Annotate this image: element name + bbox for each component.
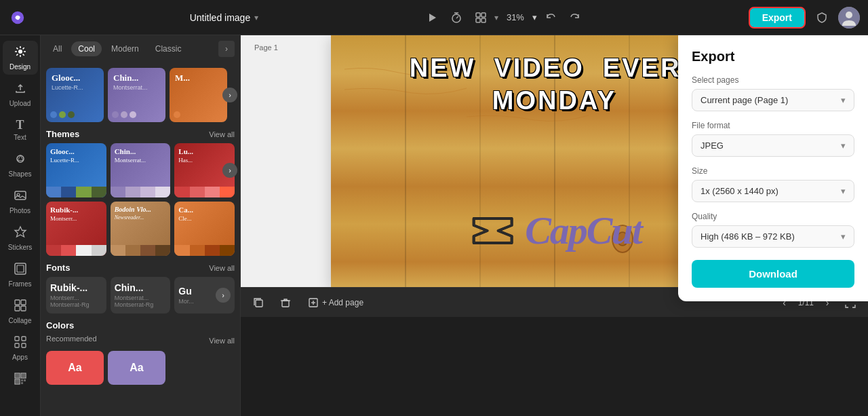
font-3-name: Gu [178, 286, 194, 297]
color-swatch-2[interactable]: Aa [108, 351, 165, 385]
svg-rect-7 [481, 13, 486, 17]
quality-label: Quality [692, 212, 854, 221]
sidebar-item-design[interactable]: Design [3, 41, 38, 75]
theme-3-colors [174, 187, 235, 197]
fonts-view-all[interactable]: View all [209, 264, 235, 272]
size-chevron-icon: ▾ [841, 186, 846, 196]
svg-rect-44 [256, 300, 262, 307]
themes-view-all[interactable]: View all [209, 130, 235, 138]
colors-view-all[interactable]: View all [209, 337, 235, 345]
size-dropdown[interactable]: 1x (2560 x 1440 px) ▾ [692, 180, 854, 202]
layout-button[interactable] [470, 7, 492, 29]
theme-card-1[interactable]: Glooc...Lucette-R... [46, 143, 106, 197]
shapes-label: Shapes [9, 170, 32, 178]
title-chevron-icon[interactable]: ▾ [254, 13, 258, 22]
file-format-label: File format [692, 121, 854, 130]
sidebar-item-photos[interactable]: Photos [3, 185, 38, 219]
frames-icon [14, 262, 27, 279]
sidebar-item-stickers[interactable]: Stickers [3, 221, 38, 255]
theme-card-5[interactable]: Bodoin Vlo...Newsreader... [111, 202, 171, 256]
zoom-value[interactable]: 31% [501, 10, 530, 25]
theme-card-2[interactable]: Chin...Montserrat... [111, 143, 171, 197]
font-1-sub2: Montserrat-Rg [50, 301, 102, 308]
quality-value: High (486 KB – 972 KB) [701, 231, 795, 242]
svg-rect-27 [22, 343, 26, 347]
sidebar-item-upload[interactable]: Upload [3, 77, 38, 111]
frames-label: Frames [9, 280, 32, 288]
collage-icon [14, 299, 27, 316]
select-pages-chevron-icon: ▾ [841, 95, 846, 105]
font-card-3[interactable]: M... [170, 68, 227, 122]
theme-5-title: Bodoin Vlo...Newsreader... [115, 206, 151, 221]
photos-label: Photos [9, 207, 31, 214]
theme-card-4[interactable]: Rubik-...Montserr... [46, 202, 106, 256]
timer-button[interactable] [446, 7, 467, 29]
add-page-button[interactable]: + Add page [303, 295, 369, 310]
filter-more-icon[interactable]: › [218, 41, 235, 57]
font-card-3-name: M... [175, 73, 222, 83]
download-button[interactable]: Download [692, 260, 854, 288]
theme-1-colors [46, 187, 106, 197]
sidebar-item-qr[interactable] [3, 368, 38, 393]
tab-modern[interactable]: Modern [104, 41, 146, 56]
theme-2-title: Chin...Montserrat... [115, 147, 146, 164]
color-dot [174, 111, 180, 118]
font-item-1[interactable]: Rubik-... Montserr... Montserrat-Rg [46, 277, 106, 314]
panel-content: Glooc... Lucette-R... Chin... Montserrat… [41, 57, 240, 416]
delete-button[interactable] [276, 293, 295, 312]
recommended-label: Recommended [46, 335, 97, 343]
themes-section-header: Themes View all [46, 129, 235, 139]
theme-4-title: Rubik-...Montserr... [50, 206, 78, 222]
svg-point-12 [18, 50, 22, 54]
color-dot [59, 111, 66, 118]
sidebar-item-apps[interactable]: Apps [3, 331, 38, 365]
quality-dropdown[interactable]: High (486 KB – 972 KB) ▾ [692, 225, 854, 248]
select-pages-dropdown[interactable]: Current page (Page 1) ▾ [692, 89, 854, 111]
fonts-next-icon[interactable]: › [216, 288, 231, 303]
logo[interactable] [8, 8, 27, 27]
color-dot [112, 111, 119, 118]
sidebar-item-collage[interactable]: Collage [3, 295, 38, 328]
theme-3-title: Lu...Has... [178, 147, 193, 164]
font-item-3[interactable]: Gu Mor... › [174, 277, 235, 314]
export-button[interactable]: Export [749, 7, 806, 29]
copy-layout-button[interactable] [249, 293, 268, 312]
font-card-1-name: Glooc... [52, 73, 98, 83]
apps-label: Apps [12, 354, 28, 361]
redo-button[interactable] [564, 7, 586, 29]
shapes-icon [14, 152, 27, 169]
font-card-1[interactable]: Glooc... Lucette-R... [46, 68, 104, 122]
tab-all[interactable]: All [46, 41, 68, 56]
themes-grid-row1: Glooc...Lucette-R... Chin...Montserrat..… [46, 143, 235, 197]
svg-rect-24 [15, 337, 19, 341]
tab-cool[interactable]: Cool [71, 41, 102, 56]
sidebar-item-frames[interactable]: Frames [3, 258, 38, 292]
font-cards-next-icon[interactable]: › [222, 88, 237, 102]
themes-title: Themes [46, 129, 79, 139]
present-button[interactable] [421, 7, 443, 29]
sidebar-item-text[interactable]: T Text [3, 114, 38, 145]
svg-rect-35 [24, 379, 26, 381]
avatar[interactable] [838, 7, 860, 29]
upload-icon [14, 81, 27, 98]
header: Untitled image ▾ ▾ 31% ▾ Export [0, 0, 868, 35]
file-format-dropdown[interactable]: JPEG ▾ [692, 134, 854, 157]
sidebar-item-shapes[interactable]: Shapes [3, 148, 38, 182]
theme-card-6[interactable]: Ca...Cle... [174, 202, 235, 256]
svg-rect-8 [476, 18, 480, 22]
zoom-chevron-icon[interactable]: ▾ [532, 12, 537, 22]
color-swatch-1[interactable]: Aa [46, 351, 104, 385]
tab-classic[interactable]: Classic [149, 41, 189, 56]
svg-rect-36 [21, 382, 23, 384]
font-card-2[interactable]: Chin... Montserrat... [108, 68, 165, 122]
layout-chevron-icon[interactable]: ▾ [494, 13, 498, 22]
font-1-sub1: Montserr... [50, 295, 102, 301]
themes-row1-next-icon[interactable]: › [222, 163, 237, 178]
shield-button[interactable] [811, 7, 833, 29]
color-swatch-2-text: Aa [130, 362, 143, 374]
font-item-2[interactable]: Chin... Montserrat... Montserrat-Rg [111, 277, 171, 314]
text-label: Text [14, 134, 26, 141]
font-cards-row: Glooc... Lucette-R... Chin... Montserrat… [46, 68, 235, 122]
undo-button[interactable] [540, 7, 561, 29]
svg-rect-15 [15, 191, 26, 200]
